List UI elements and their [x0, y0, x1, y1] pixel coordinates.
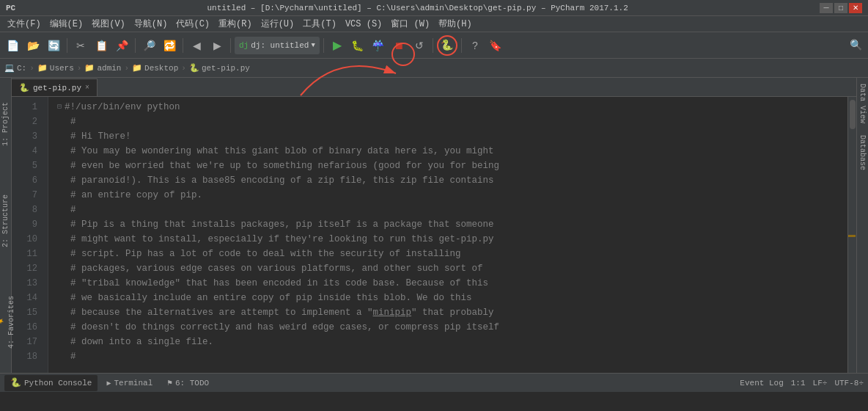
back-button[interactable]: ◀ — [187, 36, 206, 55]
menu-help[interactable]: 帮助(H) — [434, 16, 477, 32]
line-number-2: 2 — [12, 114, 42, 129]
event-log-link[interactable]: Event Log — [740, 379, 783, 388]
minimize-button[interactable]: ─ — [820, 3, 833, 13]
stop-button[interactable]: ⏹ — [389, 36, 408, 55]
toolbar: 📄 📂 🔄 ✂ 📋 📌 🔎 🔁 ◀ ▶ dj dj: untitled ▼ ▶ … — [0, 32, 868, 59]
django-icon: dj — [239, 41, 249, 50]
line-endings[interactable]: LF÷ — [813, 379, 828, 388]
todo-tab[interactable]: ⚑ 6: TODO — [161, 375, 215, 391]
close-button[interactable]: ✕ — [849, 3, 862, 13]
right-panel-labels: Data View Database — [856, 78, 868, 373]
toolbar-separator-1 — [67, 38, 67, 53]
menu-view[interactable]: 视图(V) — [87, 16, 130, 32]
terminal-tab[interactable]: ▶ Terminal — [100, 375, 158, 391]
file-icon: 🐍 — [189, 63, 199, 73]
terminal-icon: ▶ — [106, 379, 111, 388]
breadcrumb-drive[interactable]: 💻 C: — [4, 63, 26, 73]
toolbar-separator-7 — [461, 38, 462, 53]
vertical-scrollbar[interactable] — [847, 97, 856, 373]
python-console-label: Python Console — [24, 379, 92, 388]
line-number-1: 1 — [12, 100, 42, 114]
status-bar: 🐍 Python Console ▶ Terminal ⚑ 6: TODO Ev… — [0, 373, 868, 392]
maximize-button[interactable]: □ — [834, 3, 847, 13]
copy-button[interactable]: 📋 — [92, 36, 111, 55]
open-button[interactable]: 📂 — [23, 36, 43, 55]
editor-container: 🐍 get-pip.py × 1 2 3 4 5 6 7 8 9 10 — [12, 78, 856, 373]
code-line-2: # — [57, 114, 847, 129]
scrollbar-marker — [848, 235, 856, 237]
python-console-toolbar-button[interactable]: 🐍 — [437, 35, 457, 56]
menu-refactor[interactable]: 重构(R) — [214, 16, 257, 32]
code-line-16: # doesn't do things correctly and has we… — [57, 320, 847, 335]
drive-icon: 💻 — [4, 63, 15, 73]
toolbar-separator-6 — [433, 38, 433, 53]
menu-edit[interactable]: 编辑(E) — [45, 16, 88, 32]
line-number-13: 13 — [12, 276, 42, 291]
code-line-8: # — [57, 203, 847, 217]
replace-button[interactable]: 🔁 — [160, 36, 179, 55]
encoding[interactable]: UTF-8÷ — [834, 379, 864, 388]
menu-tools[interactable]: 工具(T) — [298, 16, 341, 32]
line-number-12: 12 — [12, 261, 42, 276]
title-bar: PC untitled – [D:\Pycharm\untitled] – C:… — [0, 0, 868, 16]
code-line-9: # Pip is a thing that installs packages,… — [57, 217, 847, 232]
editor-tab-bar: 🐍 get-pip.py × — [12, 78, 856, 97]
sidebar-item-database[interactable]: Database — [857, 129, 868, 176]
window-title: untitled – [D:\Pycharm\untitled] – C:\Us… — [15, 4, 820, 12]
find-button[interactable]: 🔎 — [139, 36, 158, 55]
terminal-label: Terminal — [114, 379, 152, 388]
fold-icon-1: ⊟ — [57, 100, 62, 114]
cut-button[interactable]: ✂ — [71, 36, 90, 55]
line-number-7: 7 — [12, 188, 42, 203]
code-line-5: # even be worried that we're up to somet… — [57, 159, 847, 173]
code-content[interactable]: ⊟ #!/usr/bin/env python # # Hi There! # … — [48, 97, 847, 373]
sidebar-item-favorites[interactable]: ★ 4: Favorites — [0, 290, 17, 354]
debug-button[interactable]: 🐛 — [348, 36, 367, 55]
menu-code[interactable]: 代码(C) — [172, 16, 214, 32]
status-right: Event Log 1:1 LF÷ UTF-8÷ — [740, 379, 864, 388]
run-coverage-button[interactable]: ☔ — [369, 36, 388, 55]
code-line-12: # packages, various edge cases on variou… — [57, 261, 847, 276]
python-console-icon: 🐍 — [10, 377, 21, 388]
project-selector[interactable]: dj dj: untitled ▼ — [235, 37, 320, 54]
help-button[interactable]: ? — [466, 36, 485, 55]
menu-vcs[interactable]: VCS (S) — [341, 18, 386, 31]
paste-button[interactable]: 📌 — [112, 36, 131, 55]
editor-tab-get-pip[interactable]: 🐍 get-pip.py × — [12, 79, 98, 96]
menu-file[interactable]: 文件(F) — [3, 16, 45, 32]
menu-run[interactable]: 运行(U) — [257, 16, 299, 32]
breadcrumb-desktop[interactable]: 📁 Desktop — [132, 63, 178, 73]
breadcrumb-admin[interactable]: 📁 admin — [84, 63, 121, 73]
code-line-18: # — [57, 349, 847, 364]
toolbar-separator-4 — [230, 38, 231, 53]
toolbar-separator-5 — [323, 38, 324, 53]
line-numbers: 1 2 3 4 5 6 7 8 9 10 11 12 13 14 15 16 1 — [12, 97, 48, 373]
menu-navigate[interactable]: 导航(N) — [130, 16, 172, 32]
bookmark-button[interactable]: 🔖 — [486, 36, 505, 55]
code-line-6: # paranoid!). This is a base85 encoding … — [57, 173, 847, 188]
code-line-17: # down into a single file. — [57, 335, 847, 349]
new-file-button[interactable]: 📄 — [3, 36, 22, 55]
sync-button[interactable]: 🔄 — [44, 36, 63, 55]
tab-close-button[interactable]: × — [85, 84, 89, 92]
line-number-6: 6 — [12, 173, 42, 188]
folder-icon-users: 📁 — [37, 63, 48, 73]
rerun-button[interactable]: ↺ — [410, 36, 429, 55]
scrollbar-thumb[interactable] — [850, 100, 856, 129]
sidebar-item-dataview[interactable]: Data View — [857, 78, 868, 129]
left-panel-labels: 1: Project 2: Structure ★ 4: Favorites — [0, 78, 12, 373]
forward-button[interactable]: ▶ — [207, 36, 227, 55]
code-line-11: # script. Pip has a lot of code to deal … — [57, 247, 847, 261]
search-everywhere-button[interactable]: 🔍 — [846, 36, 865, 55]
toolbar-separator-3 — [183, 38, 183, 53]
breadcrumb-users[interactable]: 📁 Users — [37, 63, 74, 73]
python-console-tab[interactable]: 🐍 Python Console — [4, 375, 98, 391]
line-number-9: 9 — [12, 217, 42, 232]
sidebar-item-project[interactable]: 1: Project — [0, 96, 11, 152]
users-label: Users — [50, 64, 74, 73]
run-button[interactable]: ▶ — [328, 36, 347, 55]
sidebar-item-structure[interactable]: 2: Structure — [0, 189, 11, 253]
menu-window[interactable]: 窗口 (W) — [386, 16, 434, 32]
breadcrumb-file[interactable]: 🐍 get-pip.py — [189, 63, 250, 73]
cursor-position: 1:1 — [791, 379, 806, 388]
